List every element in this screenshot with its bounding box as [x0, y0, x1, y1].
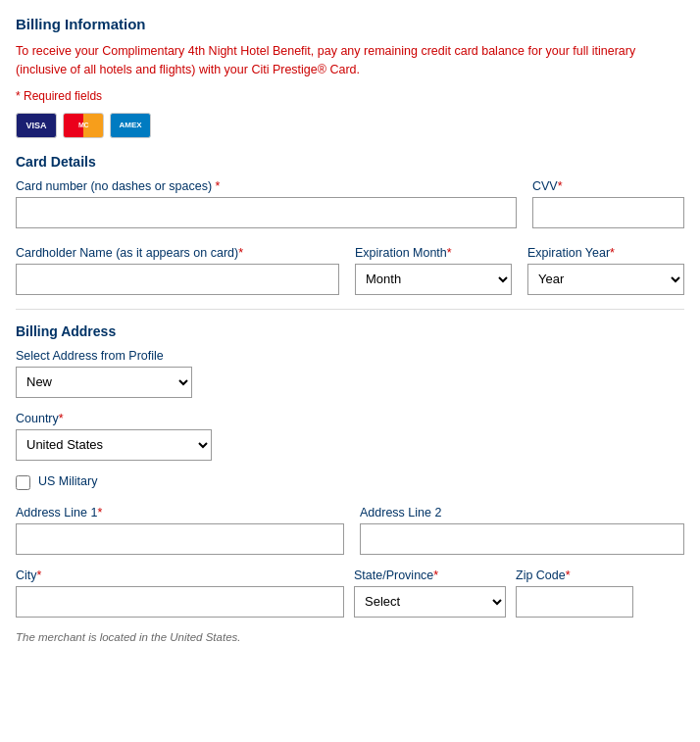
city-label: City*: [16, 569, 344, 582]
expiration-year-label: Expiration Year*: [527, 246, 684, 260]
zip-label: Zip Code*: [516, 569, 633, 582]
billing-address-section: Billing Address Select Address from Prof…: [16, 323, 684, 643]
address-lines-row: Address Line 1* Address Line 2: [16, 506, 684, 555]
card-details-title: Card Details: [16, 154, 684, 170]
address2-input[interactable]: [360, 523, 684, 555]
city-group: City*: [16, 569, 344, 618]
expiration-month-label: Expiration Month*: [355, 246, 512, 260]
state-label: State/Province*: [354, 569, 506, 582]
city-state-zip-row: City* State/Province* Select AL - Alabam…: [16, 569, 684, 618]
page-title: Billing Information: [16, 16, 684, 32]
address2-group: Address Line 2: [360, 506, 684, 555]
card-number-cvv-row: Card number (no dashes or spaces) * CVV*: [16, 179, 684, 228]
zip-input[interactable]: [516, 586, 633, 618]
expiration-year-group: Expiration Year* Year 2024 2025 2026 202…: [527, 246, 684, 295]
cvv-label: CVV*: [532, 179, 684, 193]
address1-group: Address Line 1*: [16, 506, 344, 555]
card-number-input[interactable]: [16, 197, 517, 228]
address1-input[interactable]: [16, 523, 344, 555]
amex-icon: AMEX: [110, 113, 151, 138]
cardholder-expiry-row: Cardholder Name (as it appears on card)*…: [16, 246, 684, 295]
address1-label: Address Line 1*: [16, 506, 344, 519]
city-input[interactable]: [16, 586, 344, 618]
cvv-group: CVV*: [532, 179, 684, 228]
section-divider: [16, 309, 684, 310]
cardholder-name-input[interactable]: [16, 264, 339, 295]
country-label: Country*: [16, 412, 684, 425]
cardholder-name-label: Cardholder Name (as it appears on card)*: [16, 246, 339, 260]
card-number-group: Card number (no dashes or spaces) *: [16, 179, 517, 228]
cardholder-name-group: Cardholder Name (as it appears on card)*: [16, 246, 339, 295]
visa-icon: VISA: [16, 113, 57, 138]
card-icons-container: VISA MC AMEX: [16, 113, 684, 138]
profile-address-select[interactable]: New: [16, 367, 192, 398]
expiration-year-select[interactable]: Year 2024 2025 2026 2027 2028 2029 2030: [527, 264, 684, 295]
mastercard-icon: MC: [63, 113, 104, 138]
address2-label: Address Line 2: [360, 506, 684, 519]
us-military-label: US Military: [38, 474, 97, 488]
zip-group: Zip Code*: [516, 569, 633, 618]
profile-address-label: Select Address from Profile: [16, 349, 684, 363]
profile-address-group: Select Address from Profile New: [16, 349, 684, 398]
state-group: State/Province* Select AL - Alabama AK -…: [354, 569, 506, 618]
expiration-month-select[interactable]: Month 01 - January 02 - February 03 - Ma…: [355, 264, 512, 295]
cvv-input[interactable]: [532, 197, 684, 228]
promo-text: To receive your Complimentary 4th Night …: [16, 42, 684, 79]
required-note: * Required fields: [16, 89, 684, 103]
state-select[interactable]: Select AL - Alabama AK - Alaska AZ - Ari…: [354, 586, 506, 618]
merchant-note: The merchant is located in the United St…: [16, 631, 684, 643]
expiration-month-group: Expiration Month* Month 01 - January 02 …: [355, 246, 512, 295]
country-select[interactable]: United States Canada United Kingdom Aust…: [16, 429, 212, 461]
billing-address-title: Billing Address: [16, 323, 684, 339]
us-military-row: US Military: [16, 474, 684, 492]
card-number-label: Card number (no dashes or spaces) *: [16, 179, 517, 193]
us-military-checkbox[interactable]: [16, 475, 30, 490]
country-group: Country* United States Canada United Kin…: [16, 412, 684, 461]
